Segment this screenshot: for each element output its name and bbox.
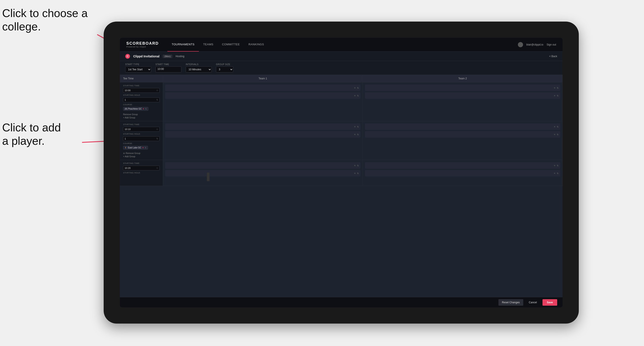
slot-expand-btn[interactable]: ⇅ — [357, 133, 359, 136]
annotation-choose-college: Click to choose a college. — [2, 6, 88, 33]
app-header: SCOREBOARD Powered by clippd TOURNAMENTS… — [120, 38, 562, 52]
col-tee-time: Tee Time — [120, 75, 163, 82]
slot-expand-btn[interactable]: ⇅ — [357, 87, 359, 89]
slot-x-btn[interactable]: ✕ — [554, 87, 556, 89]
sub-header: C Clippd Invitational (Men) Hosting < Ba… — [120, 52, 562, 61]
col-team1: Team 1 — [163, 75, 363, 82]
remove-course-2[interactable]: ✕ — [142, 147, 144, 149]
slot-expand-btn[interactable]: ⇅ — [557, 164, 558, 167]
slot-expand-btn[interactable]: ⇅ — [357, 126, 359, 128]
course-tag-2[interactable]: 🏌 East Lake GC ✕ ⇅ — [123, 146, 148, 150]
group-size-group: Group Size 3 — [216, 63, 233, 72]
group-row: STARTING TIME: 10:00 ⊙ STARTING HOLE: 1 … — [120, 82, 562, 121]
app-logo-title: SCOREBOARD — [126, 41, 159, 46]
starting-time-input-2[interactable]: 10:10 ⊙ — [123, 127, 160, 132]
team2-cell-1: ✕ ⇅ ✕ ⇅ — [363, 82, 562, 121]
player-slot[interactable]: ✕ ⇅ — [165, 162, 360, 169]
side-button — [207, 173, 210, 181]
slot-x-btn[interactable]: ✕ — [354, 126, 356, 128]
team2-cell-2: ✕ ⇅ ✕ ⇅ — [363, 121, 562, 160]
nav-tab-committee[interactable]: COMMITTEE — [218, 38, 244, 52]
player-slot[interactable]: ✕ ⇅ — [365, 123, 560, 130]
starting-hole-label-3: STARTING HOLE: — [123, 172, 160, 174]
tablet-screen: SCOREBOARD Powered by clippd TOURNAMENTS… — [120, 38, 562, 307]
slot-expand-btn[interactable]: ⇅ — [357, 172, 359, 174]
slot-x-btn[interactable]: ✕ — [354, 94, 356, 97]
player-slot[interactable]: ✕ ⇅ — [165, 170, 360, 176]
slot-expand-btn[interactable]: ⇅ — [557, 94, 558, 97]
player-slot[interactable]: ✕ ⇅ — [165, 92, 360, 99]
course-tag-1[interactable]: (A) Peachtree GC ✕ ⇅ — [123, 107, 148, 111]
start-time-value[interactable]: 10:00 — [156, 66, 182, 72]
group-row: STARTING TIME: 10:10 ⊙ STARTING HOLE: 1 … — [120, 121, 562, 160]
course-field-2[interactable]: 🏌 East Lake GC ✕ ⇅ — [123, 146, 160, 150]
player-slot[interactable]: ✕ ⇅ — [365, 162, 560, 169]
add-group-2[interactable]: + Add Group — [123, 155, 160, 158]
clippd-logo: C — [125, 54, 130, 59]
start-type-label: Start Type — [125, 63, 151, 66]
slot-x-btn[interactable]: ✕ — [354, 133, 356, 136]
save-button[interactable]: Save — [542, 299, 557, 306]
player-slot[interactable]: ✕ ⇅ — [365, 131, 560, 138]
group-size-select[interactable]: 3 — [216, 66, 233, 72]
slot-expand-btn[interactable]: ⇅ — [357, 94, 359, 97]
nav-tab-teams[interactable]: TEAMS — [199, 38, 218, 52]
gender-badge: (Men) — [162, 55, 172, 58]
player-slot[interactable]: ✕ ⇅ — [365, 85, 560, 91]
start-type-group: Start Type 1st Tee Start — [125, 63, 151, 72]
slot-x-btn[interactable]: ✕ — [554, 164, 556, 167]
starting-time-input-3[interactable]: 10:20 ⊙ — [123, 166, 160, 171]
starting-time-label-2: STARTING TIME: — [123, 123, 160, 126]
group-actions-2: ⊖ Remove Group + Add Group — [123, 152, 160, 158]
group-settings-2: STARTING TIME: 10:10 ⊙ STARTING HOLE: 1 … — [120, 121, 163, 160]
slot-expand-btn[interactable]: ⇅ — [357, 164, 359, 167]
app-logo-subtitle: Powered by clippd — [126, 46, 159, 48]
slot-x-btn[interactable]: ✕ — [554, 126, 556, 128]
remove-course-1[interactable]: ✕ — [142, 108, 144, 110]
player-slot[interactable]: ✕ ⇅ — [365, 170, 560, 176]
nav-tab-rankings[interactable]: RANKINGS — [244, 38, 268, 52]
starting-hole-input-1[interactable]: 1 ⇅ — [123, 98, 160, 102]
start-time-group: Start Time 10:00 — [156, 63, 182, 72]
back-button[interactable]: < Back — [549, 55, 557, 58]
slot-x-btn[interactable]: ✕ — [554, 94, 556, 97]
start-type-select[interactable]: 1st Tee Start — [125, 66, 151, 72]
table-header: Tee Time Team 1 Team 2 — [120, 75, 562, 82]
slot-expand-btn[interactable]: ⇅ — [557, 133, 558, 136]
tablet-frame: SCOREBOARD Powered by clippd TOURNAMENTS… — [104, 21, 579, 324]
slot-expand-btn[interactable]: ⇅ — [557, 126, 558, 128]
group-size-label: Group Size — [216, 63, 233, 66]
starting-hole-label-2: STARTING HOLE: — [123, 133, 160, 135]
nav-tab-tournaments[interactable]: TOURNAMENTS — [167, 38, 199, 52]
cancel-button[interactable]: Cancel — [526, 299, 540, 306]
slot-x-btn[interactable]: ✕ — [554, 133, 556, 136]
slot-x-btn[interactable]: ✕ — [554, 172, 556, 174]
slot-x-btn[interactable]: ✕ — [354, 172, 356, 174]
sign-out-link[interactable]: Sign out — [546, 43, 556, 46]
starting-hole-input-2[interactable]: 1 ⇅ — [123, 136, 160, 141]
course-label-1: COURSE: — [123, 104, 160, 106]
group-settings-3: STARTING TIME: 10:20 ⊙ STARTING HOLE: — [120, 160, 163, 186]
user-avatar — [518, 42, 523, 47]
col-team2: Team 2 — [363, 75, 562, 82]
player-slot[interactable]: ✕ ⇅ — [165, 123, 360, 130]
slot-x-btn[interactable]: ✕ — [354, 87, 356, 89]
add-group-1[interactable]: + Add Group — [123, 117, 160, 119]
starting-time-input-1[interactable]: 10:00 ⊙ — [123, 88, 160, 93]
slot-x-btn[interactable]: ✕ — [354, 164, 356, 167]
intervals-select[interactable]: 10 Minutes — [186, 66, 212, 72]
slot-expand-btn[interactable]: ⇅ — [557, 87, 558, 89]
starting-hole-label-1: STARTING HOLE: — [123, 94, 160, 96]
player-slot[interactable]: ✕ ⇅ — [165, 131, 360, 138]
logo-area: SCOREBOARD Powered by clippd — [126, 41, 159, 48]
player-slot[interactable]: ✕ ⇅ — [365, 92, 560, 99]
player-slot[interactable]: ✕ ⇅ — [165, 85, 360, 91]
starting-time-label-1: STARTING TIME: — [123, 85, 160, 87]
reset-changes-button[interactable]: Reset Changes — [498, 299, 523, 306]
remove-group-2[interactable]: ⊖ Remove Group — [123, 152, 160, 155]
slot-expand-btn[interactable]: ⇅ — [557, 172, 558, 174]
course-field-1[interactable]: (A) Peachtree GC ✕ ⇅ — [123, 107, 160, 111]
group-row: STARTING TIME: 10:20 ⊙ STARTING HOLE: ✕ … — [120, 160, 562, 186]
remove-group-1[interactable]: Remove Group — [123, 113, 160, 116]
team2-cell-3: ✕ ⇅ ✕ ⇅ — [363, 160, 562, 186]
